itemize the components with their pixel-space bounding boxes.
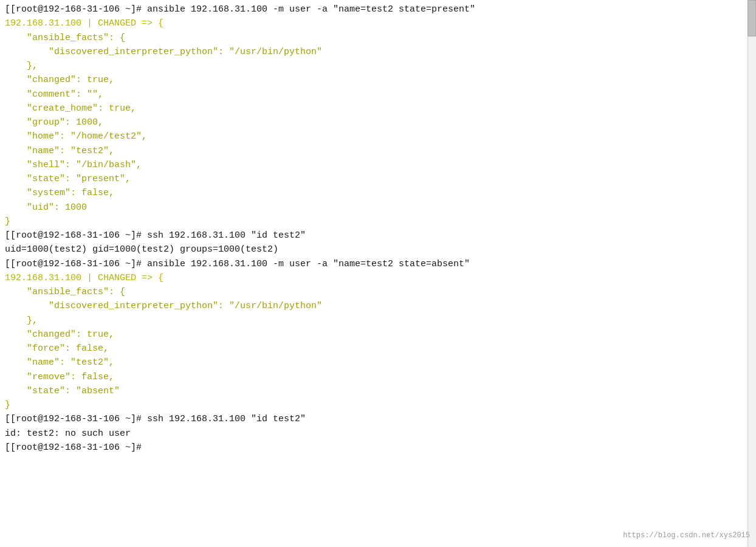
terminal-line-json1_2: "discovered_interpreter_python": "/usr/b… <box>0 45 756 59</box>
terminal-line-json1_7: "group": 1000, <box>0 115 756 129</box>
scrollbar-thumb[interactable] <box>747 0 756 36</box>
terminal-line-json2_3: }, <box>0 314 756 328</box>
terminal-line-json2_5: "force": false, <box>0 342 756 356</box>
terminal-line-json2_8: "state": "absent" <box>0 384 756 398</box>
terminal-line-json1_8: "home": "/home/test2", <box>0 129 756 143</box>
terminal-line-json1_14: } <box>0 215 756 229</box>
terminal-line-json1_12: "system": false, <box>0 186 756 200</box>
terminal-line-cmd1: [[root@192-168-31-106 ~]# ansible 192.16… <box>0 2 756 16</box>
terminal-line-cmd5: [[root@192-168-31-106 ~]# <box>0 441 756 455</box>
terminal-line-json1_4: "changed": true, <box>0 73 756 87</box>
terminal-line-json1_5: "comment": "", <box>0 88 756 101</box>
terminal-content: [[root@192-168-31-106 ~]# ansible 192.16… <box>0 0 756 547</box>
terminal-line-json2_1: "ansible_facts": { <box>0 285 756 299</box>
terminal-line-json2_9: } <box>0 398 756 412</box>
terminal-line-cmd2: [[root@192-168-31-106 ~]# ssh 192.168.31… <box>0 229 756 243</box>
scrollbar[interactable] <box>747 0 756 547</box>
terminal-line-cmd4: [[root@192-168-31-106 ~]# ssh 192.168.31… <box>0 412 756 426</box>
terminal-line-json2_4: "changed": true, <box>0 328 756 342</box>
terminal-line-json1_9: "name": "test2", <box>0 144 756 158</box>
terminal-line-json2_7: "remove": false, <box>0 370 756 384</box>
terminal-line-json2_2: "discovered_interpreter_python": "/usr/b… <box>0 299 756 313</box>
terminal-line-cmd3: [[root@192-168-31-106 ~]# ansible 192.16… <box>0 257 756 271</box>
terminal-line-changed1: 192.168.31.100 | CHANGED => { <box>0 16 756 30</box>
terminal-window: [[root@192-168-31-106 ~]# ansible 192.16… <box>0 0 756 547</box>
terminal-line-json1_6: "create_home": true, <box>0 101 756 115</box>
terminal-line-json1_1: "ansible_facts": { <box>0 31 756 45</box>
watermark: https://blog.csdn.net/xys2015 <box>623 531 750 540</box>
terminal-line-json1_11: "state": "present", <box>0 172 756 186</box>
terminal-line-changed2: 192.168.31.100 | CHANGED => { <box>0 271 756 285</box>
terminal-line-json1_13: "uid": 1000 <box>0 201 756 215</box>
terminal-line-output1: uid=1000(test2) gid=1000(test2) groups=1… <box>0 243 756 256</box>
terminal-line-json1_10: "shell": "/bin/bash", <box>0 158 756 172</box>
terminal-line-json1_3: }, <box>0 59 756 73</box>
terminal-line-json2_6: "name": "test2", <box>0 356 756 370</box>
terminal-line-output2: id: test2: no such user <box>0 427 756 441</box>
